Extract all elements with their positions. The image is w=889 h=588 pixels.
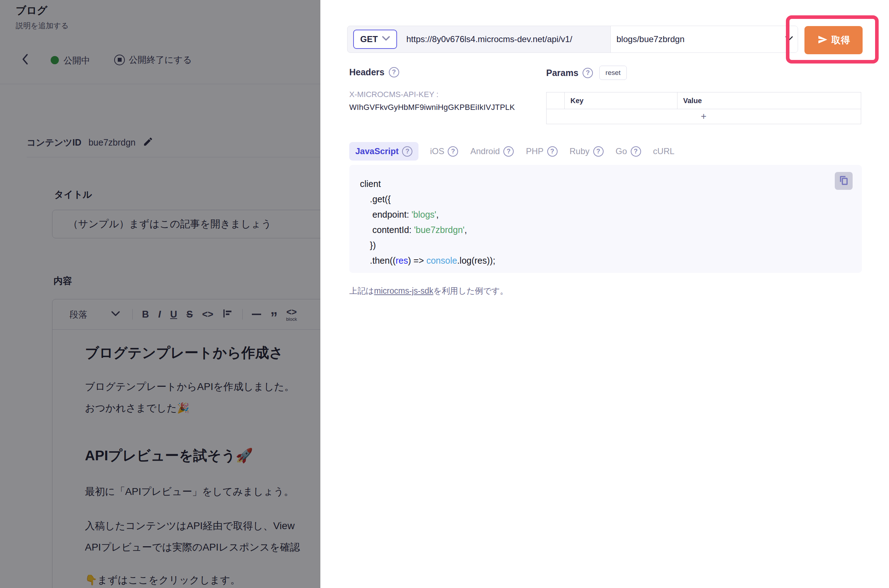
tab-label: Android (470, 146, 500, 156)
chevron-down-icon (785, 36, 793, 43)
modal-overlay-scrim[interactable] (0, 0, 320, 588)
params-table: Key Value + (546, 92, 861, 124)
tab-label: Go (616, 146, 627, 156)
send-icon (817, 35, 828, 45)
http-method-value: GET (360, 34, 378, 44)
code-sample: client .get({ endpoint: 'blogs', content… (349, 165, 862, 268)
tab-label: iOS (430, 146, 444, 156)
params-checkbox-column (547, 92, 565, 109)
help-icon[interactable]: ? (389, 67, 399, 77)
add-param-button[interactable]: + (547, 109, 861, 124)
endpoint-value: blogs/bue7zbrdgn (611, 34, 785, 44)
tab-label: PHP (526, 146, 543, 156)
caption-prefix: 上記は (349, 286, 374, 296)
tab-ruby[interactable]: Ruby? (569, 142, 604, 160)
help-icon[interactable]: ? (583, 68, 593, 78)
copy-code-button[interactable] (835, 172, 853, 190)
help-icon[interactable]: ? (593, 146, 604, 157)
screen: ブログ 説明を追加する 公開中 公開終了にする コンテンツID bue7zbrd… (0, 0, 889, 588)
tab-javascript[interactable]: JavaScript? (349, 142, 418, 160)
params-value-column-header: Value (678, 92, 861, 109)
headers-title: Headers (349, 67, 385, 77)
api-key-header-value: WIhGVFkvGyHbMF9iwniHgGKPBEiIkIVJTPLK (349, 103, 515, 112)
endpoint-select[interactable]: blogs/bue7zbrdgn (610, 26, 798, 52)
request-url-bar: GET https://8y0v676ls4.microcms-dev.net/… (347, 26, 798, 53)
fetch-button[interactable]: 取得 (805, 26, 863, 54)
params-title: Params (546, 68, 578, 78)
headers-section-header: Headers ? (349, 67, 399, 77)
tab-label: Ruby (570, 146, 590, 156)
params-section-header: Params ? reset (546, 66, 627, 80)
caption-suffix: を利用した例です。 (433, 286, 508, 296)
reset-params-button[interactable]: reset (599, 66, 627, 80)
fetch-button-label: 取得 (832, 34, 850, 46)
sdk-link[interactable]: microcms-js-sdk (374, 286, 433, 296)
tab-php[interactable]: PHP? (525, 142, 558, 160)
tab-curl[interactable]: cURL (652, 142, 675, 160)
code-sample-block: client .get({ endpoint: 'blogs', content… (349, 165, 862, 273)
base-url-text: https://8y0v676ls4.microcms-dev.net/api/… (406, 34, 572, 44)
copy-icon (838, 175, 849, 187)
sdk-caption: 上記はmicrocms-js-sdkを利用した例です。 (349, 285, 508, 297)
tab-android[interactable]: Android? (469, 142, 514, 160)
language-tabs: JavaScript?iOS?Android?PHP?Ruby?Go?cURL (349, 142, 675, 160)
api-key-header-name: X-MICROCMS-API-KEY : (349, 90, 438, 99)
help-icon[interactable]: ? (503, 146, 514, 157)
tab-label: cURL (653, 146, 675, 156)
help-icon[interactable]: ? (631, 146, 641, 157)
params-key-column-header: Key (565, 92, 678, 109)
http-method-select[interactable]: GET (353, 30, 397, 49)
help-icon[interactable]: ? (402, 146, 412, 157)
chevron-down-icon (382, 36, 390, 42)
help-icon[interactable]: ? (547, 146, 558, 157)
help-icon[interactable]: ? (448, 146, 458, 157)
tab-label: JavaScript (355, 146, 399, 156)
tab-ios[interactable]: iOS? (429, 142, 459, 160)
api-preview-panel: GET https://8y0v676ls4.microcms-dev.net/… (320, 0, 889, 588)
params-table-header: Key Value (547, 92, 861, 109)
tab-go[interactable]: Go? (615, 142, 642, 160)
